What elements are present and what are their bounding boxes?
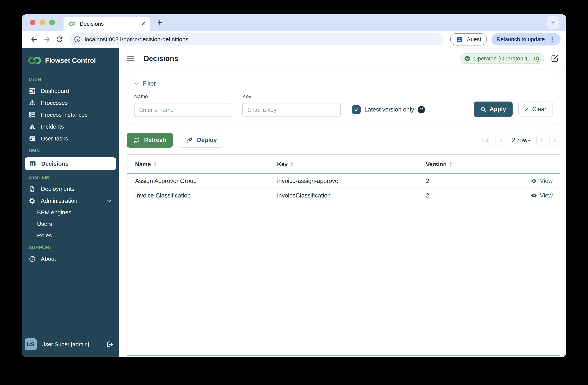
chevron-down-icon <box>134 81 140 86</box>
app-logo-chain-icon <box>28 56 41 65</box>
pagination-next-button[interactable]: › <box>536 135 547 146</box>
browser-profile-button[interactable]: Guest <box>450 33 487 45</box>
deploy-button[interactable]: Deploy <box>179 133 224 148</box>
browser-menu-icon[interactable]: ⋮ <box>549 36 556 43</box>
window-controls <box>30 20 55 25</box>
browser-toolbar: localhost:8081/bpmn/decision-definitions… <box>22 31 566 48</box>
avatar[interactable]: US <box>25 338 37 350</box>
sort-icon[interactable] <box>290 162 294 167</box>
refresh-button[interactable]: Refresh <box>127 133 173 148</box>
info-circle-icon <box>29 256 36 262</box>
url-text: localhost:8081/bpmn/decision-definitions <box>85 36 188 43</box>
sort-icon[interactable] <box>153 162 157 167</box>
view-link[interactable]: View <box>531 192 553 199</box>
sidebar-item-decisions[interactable]: Decisions <box>25 157 116 170</box>
view-link[interactable]: View <box>531 177 553 184</box>
reload-button[interactable] <box>54 34 65 45</box>
sidebar-item-label: Process instances <box>41 111 87 118</box>
pagination-first-button[interactable]: « <box>483 135 493 146</box>
clear-button[interactable]: × Clear <box>518 102 553 117</box>
gear-icon <box>29 197 36 204</box>
sidebar-item-processes[interactable]: Processes <box>22 97 119 109</box>
key-label: Key <box>242 94 341 100</box>
decisions-table: Name Key Version <box>127 154 560 356</box>
filter-collapse-toggle[interactable]: Filter <box>134 80 156 87</box>
apply-label: Apply <box>490 106 506 113</box>
section-label-system: SYSTEM <box>22 171 119 183</box>
sidebar-item-incidents[interactable]: Incidents <box>22 121 119 133</box>
sidebar-item-administration[interactable]: Administration <box>22 195 119 207</box>
relaunch-label: Relaunch to update <box>496 36 545 43</box>
apply-button[interactable]: Apply <box>474 102 513 117</box>
section-label-dmn: DMN <box>22 145 119 156</box>
name-input[interactable] <box>134 103 232 117</box>
cell-version: 2 <box>426 177 483 184</box>
sidebar-item-label: Administration <box>41 197 77 204</box>
sidebar-item-dashboard[interactable]: Dashboard <box>22 85 119 97</box>
sidebar-item-label: Decisions <box>41 160 68 167</box>
key-input[interactable] <box>242 103 341 117</box>
column-header-version[interactable]: Version <box>426 161 483 168</box>
main-panel: Decisions Operaton (Operaton 1.0.0) <box>119 48 566 357</box>
check-circle-icon <box>465 55 471 62</box>
column-header-key[interactable]: Key <box>277 161 426 168</box>
column-header-name[interactable]: Name <box>135 161 277 168</box>
sidebar-item-user-tasks[interactable]: User tasks <box>22 133 119 145</box>
tab-close-icon[interactable]: × <box>141 20 145 27</box>
sidebar-item-label: Processes <box>41 100 68 106</box>
engine-badge-label: Operaton (Operaton 1.0.0) <box>473 55 539 62</box>
help-icon[interactable]: ? <box>418 106 425 113</box>
edit-engine-icon[interactable] <box>551 55 559 63</box>
pagination: « ‹ 2 rows › » <box>483 135 560 146</box>
main-body: Filter Name Key <box>119 69 566 357</box>
app-logo-row[interactable]: Flowset Control <box>22 53 119 67</box>
column-label: Version <box>426 161 447 168</box>
browser-window: Decisions × + localhost:8081/bpmn/decisi… <box>22 14 566 357</box>
profile-name: Guest <box>466 36 481 43</box>
sidebar-item-about[interactable]: About <box>22 253 119 265</box>
maximize-window-button[interactable] <box>49 20 55 25</box>
column-label: Name <box>135 161 151 168</box>
tab-title: Decisions <box>80 21 137 27</box>
favicon-chain-icon <box>69 21 75 26</box>
page-title: Decisions <box>144 55 178 63</box>
latest-version-label: Latest version only <box>364 106 414 113</box>
table-row[interactable]: Assign Approver Group invoice-assign-app… <box>127 174 560 189</box>
column-label: Key <box>277 161 288 168</box>
search-icon <box>480 106 486 112</box>
name-label: Name <box>134 94 232 100</box>
table-header-row: Name Key Version <box>127 155 560 174</box>
sidebar-item-users[interactable]: Users <box>22 218 119 230</box>
sidebar-item-deployments[interactable]: Deployments <box>22 183 119 195</box>
back-button[interactable] <box>29 34 40 45</box>
refresh-icon <box>133 137 140 144</box>
clear-x-icon: × <box>525 106 529 112</box>
engine-status-badge[interactable]: Operaton (Operaton 1.0.0) <box>460 53 544 64</box>
task-list-icon <box>29 111 36 118</box>
id-card-icon <box>29 135 36 142</box>
section-label-main: MAIN <box>22 73 119 85</box>
close-window-button[interactable] <box>30 20 36 25</box>
sort-icon[interactable] <box>449 162 452 167</box>
pagination-prev-button[interactable]: ‹ <box>496 135 506 146</box>
minimize-window-button[interactable] <box>40 20 45 25</box>
logout-icon[interactable] <box>106 341 113 348</box>
deployment-document-icon <box>29 186 36 192</box>
cell-name: Assign Approver Group <box>135 177 277 184</box>
sidebar-item-process-instances[interactable]: Process instances <box>22 109 119 121</box>
forward-button[interactable] <box>41 34 52 45</box>
relaunch-to-update-button[interactable]: Relaunch to update ⋮ <box>491 33 561 45</box>
browser-tab-decisions[interactable]: Decisions × <box>63 17 150 31</box>
url-bar[interactable]: localhost:8081/bpmn/decision-definitions <box>70 33 444 45</box>
tab-search-button[interactable] <box>547 16 559 29</box>
sidebar: Flowset Control MAIN Dashboard <box>22 48 119 357</box>
hamburger-menu-icon[interactable] <box>127 55 135 63</box>
app-title: Flowset Control <box>45 57 96 64</box>
new-tab-button[interactable]: + <box>157 18 162 27</box>
latest-version-checkbox[interactable] <box>352 105 361 114</box>
pagination-last-button[interactable]: » <box>549 135 560 146</box>
table-row[interactable]: Invoice Classification invoiceClassifica… <box>127 189 560 203</box>
sidebar-item-roles[interactable]: Roles <box>22 230 119 241</box>
sidebar-item-bpm-engines[interactable]: BPM engines <box>22 207 119 218</box>
site-info-icon[interactable] <box>74 36 81 43</box>
